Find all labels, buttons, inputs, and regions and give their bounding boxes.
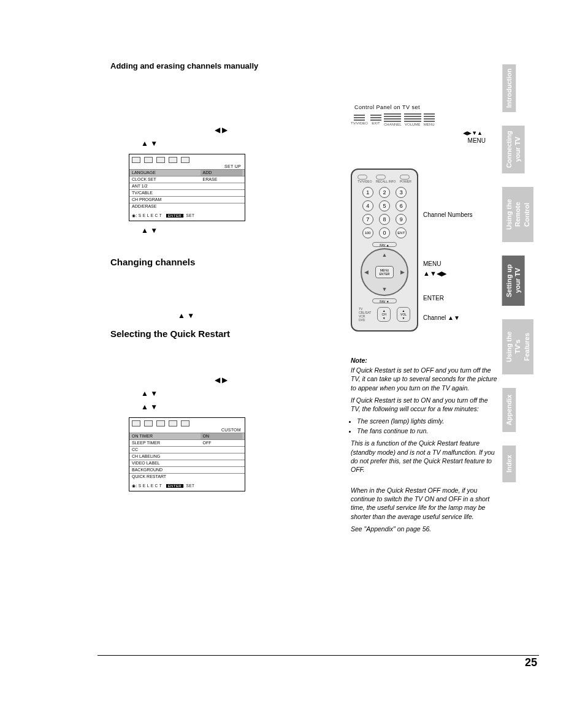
osd-row: SLEEP TIMEROFF [129,439,245,446]
remote-num-9: 9 [396,214,407,225]
osd-cell [201,453,242,460]
remote-num-6: 6 [396,200,407,211]
remote-fav-down: FAV ▼ [372,298,397,303]
heading-adding-erasing: Adding and erasing channels manually [110,61,337,70]
note-text: When in the Quick Restart OFF mode, if y… [351,486,498,521]
osd-footer: ◉: S E L E C T ENTER: SET [129,480,245,491]
remote-mode-switch: TV CBL/SAT VCR DVD [359,307,371,322]
osd-row: CC [129,446,245,453]
osd-cell [201,447,242,453]
osd-cell: CLOCK SET [132,176,201,183]
tab-features: Using the TV's Features [502,319,533,374]
remote-dpad: ▲ ▼ ◀ ▶ MENU ENTER [361,248,408,296]
osd-icon-row [129,418,245,428]
osd-row: CH PROGRAM [129,196,245,203]
callout-channel-updown: Channel ▲▼ [423,314,460,321]
remote-label: TV/VIDEO [358,180,372,183]
osd-cell: QUICK RESTART [132,474,201,480]
note-text: If Quick Restart is set to OFF and you t… [351,366,498,392]
dpad-up-icon: ▲ [382,252,388,258]
remote-num-100: 100 [362,227,373,238]
arrows-ud-2: ▲ ▼ [141,226,337,235]
osd-cell [201,474,242,480]
remote-numpad: 1 2 3 4 5 6 7 8 9 100 0 ENT [356,186,413,240]
panel-button-channel: CHANNEL [384,113,402,126]
osd-row: ADD/ERASE [129,203,245,210]
osd-cell: ANT 1/2 [132,183,201,189]
page-rule [98,655,539,656]
osd-cell [201,190,242,196]
osd-footer-select: : S E L E C T [136,483,162,488]
heading-changing-channels: Changing channels [110,257,337,267]
osd-icon [156,157,165,163]
panel-label: MENU [424,123,435,126]
panel-label: EXIT [372,121,380,125]
osd-cell: CH LABELING [132,453,201,460]
side-tabs: Introduction Connecting your TV Using th… [502,64,539,496]
osd-cell: VIDEO LABEL [132,460,201,466]
panel-menu-callout: MENU [351,137,498,144]
remote-num-0: 0 [379,227,390,238]
remote-vol-rocker: ▲VOL▼ [397,307,410,322]
remote-label: POWER [400,180,411,183]
osd-cell: ERASE [201,176,242,183]
remote-num-4: 4 [362,200,373,211]
remote-label: RECALL INFO [376,180,396,183]
osd-icon [144,420,153,427]
page-number: 25 [525,656,537,669]
osd-row: ANT 1/2 [129,183,245,189]
dpad-down-icon: ▼ [382,286,388,292]
remote-num-3: 3 [396,187,407,198]
callout-enter: ENTER [423,295,444,301]
osd-footer: ◉: S E L E C T ENTER: SET [129,210,245,221]
osd-footer-set: : SET [183,213,194,218]
note-text: If Quick Restart is set to ON and you tu… [351,396,498,413]
osd-cell [201,460,242,466]
osd-row: CLOCK SETERASE [129,176,245,183]
panel-label: VOLUME [405,123,420,126]
callout-arrows: ▲▼◀▶ [423,270,446,278]
osd-icon [181,157,189,163]
osd-cell: ADD [201,170,242,176]
tab-index: Index [502,446,516,482]
osd-cell [201,183,242,189]
osd-setup: SET UP LANGUAGEADD CLOCK SETERASE ANT 1/… [129,154,245,221]
tab-connecting: Connecting your TV [502,126,525,173]
tv-control-panel-diagram: Control Panel on TV set TV/VIDEO EXIT CH… [351,104,498,144]
panel-button-menu: MENU [424,113,435,126]
osd-custom-title: CUSTOM [129,428,245,433]
panel-label: TV/VIDEO [351,121,368,125]
panel-button-volume: VOLUME [404,113,421,126]
remote-diagram: TV/VIDEO RECALL INFO POWER 1 2 3 4 5 6 7… [351,169,418,332]
arrows-ud-5: ▲ ▼ [141,403,337,411]
remote-btn-recall [376,175,386,180]
note-heading: Note: [351,356,498,365]
osd-row: VIDEO LABEL [129,460,245,466]
callout-channel-numbers: Channel Numbers [423,211,473,218]
osd-row: TV/CABLE [129,189,245,196]
panel-button-exit: EXIT [370,114,381,125]
switch-label: DVD [359,318,371,322]
note-bullet: The fans continue to run. [357,427,498,435]
osd-cell: CH PROGRAM [132,197,201,203]
arrows-ud-4: ▲ ▼ [141,389,337,398]
remote-btn-power [400,175,410,180]
osd-row: ON TIMERON [129,433,245,439]
osd-cell: CC [132,447,201,453]
note-bullet: The screen (lamp) lights dimly. [357,417,498,425]
osd-cell: OFF [201,440,242,446]
heading-quick-restart: Selecting the Quick Restart [110,328,337,339]
tab-setting-up: Setting up your TV [502,256,525,306]
osd-footer-enter: ENTER [166,484,183,488]
tab-remote: Using the Remote Control [502,187,533,242]
dpad-left-icon: ◀ [364,269,369,275]
osd-cell [201,203,242,210]
osd-icon [169,157,177,163]
remote-num-7: 7 [362,214,373,225]
tab-appendix: Appendix [502,388,516,432]
arrows-ud-3: ▲ ▼ [178,311,337,320]
osd-icon [132,157,140,163]
arrows-lr-1: ◀ ▶ [215,126,337,134]
osd-row: BACKGROUND [129,466,245,473]
remote-num-5: 5 [379,200,390,211]
